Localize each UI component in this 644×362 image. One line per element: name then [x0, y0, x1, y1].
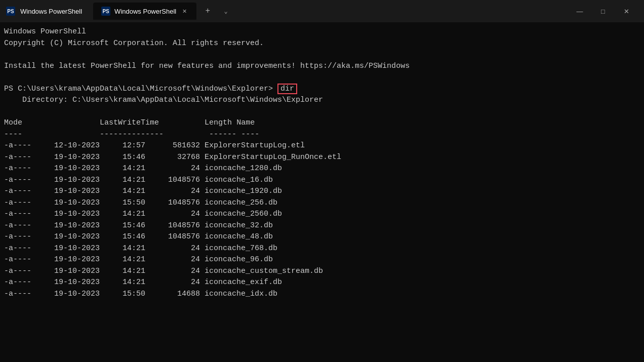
tab-label: Windows PowerShell: [114, 8, 176, 15]
window-controls: — □ ✕: [568, 3, 638, 19]
table-row: -a---- 19-10-2023 14:21 24 iconcache_256…: [4, 209, 640, 220]
table-row: -a---- 19-10-2023 14:21 24 iconcache_96.…: [4, 254, 640, 266]
table-row: -a---- 19-10-2023 14:21 24 iconcache_exi…: [4, 277, 640, 289]
tab-ps-icon: PS: [101, 7, 110, 16]
titlebar-title: Windows PowerShell: [20, 8, 82, 15]
command-highlight: dir: [277, 84, 297, 94]
table-row: -a---- 19-10-2023 15:46 1048576 iconcach…: [4, 231, 640, 243]
terminal-content[interactable]: Windows PowerShell Copyright (C) Microso…: [0, 22, 644, 362]
table-row: -a---- 19-10-2023 14:21 24 iconcache_192…: [4, 186, 640, 197]
active-tab[interactable]: PS Windows PowerShell ✕: [93, 3, 196, 20]
new-tab-button[interactable]: +: [200, 4, 215, 18]
directory-line: Directory: C:\Users\krama\AppData\Local\…: [4, 95, 640, 140]
maximize-button[interactable]: □: [591, 3, 615, 19]
table-row: -a---- 19-10-2023 15:46 32768 ExplorerSt…: [4, 152, 640, 164]
file-list: -a---- 12-10-2023 12:57 581632 ExplorerS…: [4, 140, 640, 300]
table-row: -a---- 19-10-2023 14:21 1048576 iconcach…: [4, 175, 640, 186]
terminal-header: Windows PowerShell Copyright (C) Microso…: [4, 26, 640, 84]
minimize-button[interactable]: —: [568, 3, 591, 19]
prompt-text: PS C:\Users\krama\AppData\Local\Microsof…: [4, 84, 297, 95]
tab-area: PS Windows PowerShell ✕ + ⌄: [93, 3, 233, 20]
table-row: -a---- 19-10-2023 15:46 1048576 iconcach…: [4, 220, 640, 232]
titlebar-left: PS Windows PowerShell PS Windows PowerSh…: [6, 3, 568, 20]
close-button[interactable]: ✕: [615, 3, 638, 19]
table-row: -a---- 19-10-2023 14:21 24 iconcache_768…: [4, 243, 640, 255]
table-row: -a---- 19-10-2023 15:50 1048576 iconcach…: [4, 197, 640, 209]
titlebar: PS Windows PowerShell PS Windows PowerSh…: [0, 0, 644, 22]
table-row: -a---- 19-10-2023 14:21 24 iconcache_128…: [4, 163, 640, 175]
tab-dropdown-button[interactable]: ⌄: [219, 4, 233, 18]
table-row: -a---- 12-10-2023 12:57 581632 ExplorerS…: [4, 140, 640, 152]
table-row: -a---- 19-10-2023 15:50 14688 iconcache_…: [4, 289, 640, 300]
powershell-icon: PS: [6, 7, 15, 16]
prompt-line: PS C:\Users\krama\AppData\Local\Microsof…: [4, 84, 640, 95]
tab-close-button[interactable]: ✕: [180, 7, 188, 15]
table-row: -a---- 19-10-2023 14:21 24 iconcache_cus…: [4, 266, 640, 277]
